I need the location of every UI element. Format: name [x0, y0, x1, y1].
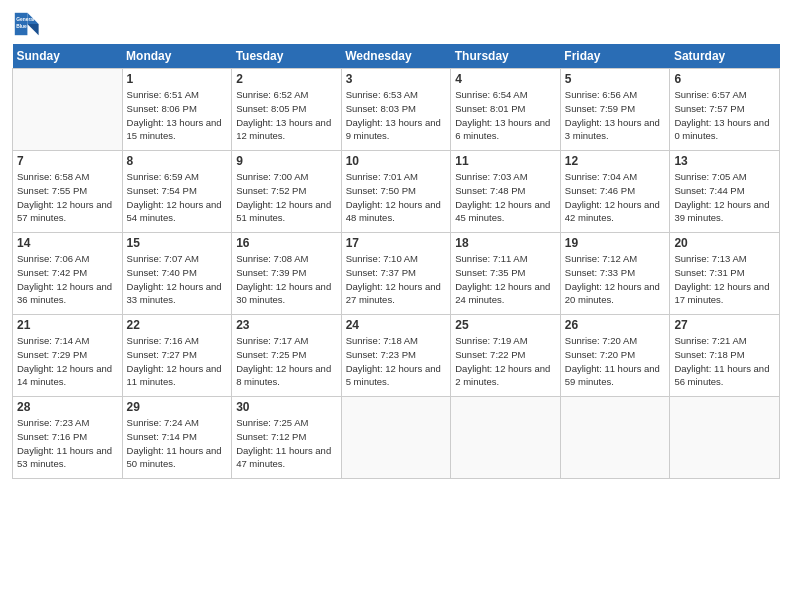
- day-info: Sunrise: 6:54 AMSunset: 8:01 PMDaylight:…: [455, 88, 556, 143]
- day-number: 18: [455, 236, 556, 250]
- day-info: Sunrise: 7:20 AMSunset: 7:20 PMDaylight:…: [565, 334, 666, 389]
- day-info: Sunrise: 6:57 AMSunset: 7:57 PMDaylight:…: [674, 88, 775, 143]
- day-info: Sunrise: 6:52 AMSunset: 8:05 PMDaylight:…: [236, 88, 337, 143]
- day-number: 20: [674, 236, 775, 250]
- calendar-body: 1Sunrise: 6:51 AMSunset: 8:06 PMDaylight…: [13, 69, 780, 479]
- day-info: Sunrise: 7:17 AMSunset: 7:25 PMDaylight:…: [236, 334, 337, 389]
- day-number: 3: [346, 72, 447, 86]
- calendar-cell: 5Sunrise: 6:56 AMSunset: 7:59 PMDaylight…: [560, 69, 670, 151]
- day-info: Sunrise: 7:07 AMSunset: 7:40 PMDaylight:…: [127, 252, 228, 307]
- calendar-cell: 28Sunrise: 7:23 AMSunset: 7:16 PMDayligh…: [13, 397, 123, 479]
- weekday-header-sunday: Sunday: [13, 44, 123, 69]
- calendar-cell: 21Sunrise: 7:14 AMSunset: 7:29 PMDayligh…: [13, 315, 123, 397]
- calendar-cell: 24Sunrise: 7:18 AMSunset: 7:23 PMDayligh…: [341, 315, 451, 397]
- day-info: Sunrise: 7:19 AMSunset: 7:22 PMDaylight:…: [455, 334, 556, 389]
- day-info: Sunrise: 7:18 AMSunset: 7:23 PMDaylight:…: [346, 334, 447, 389]
- calendar-week-1: 1Sunrise: 6:51 AMSunset: 8:06 PMDaylight…: [13, 69, 780, 151]
- calendar-week-4: 21Sunrise: 7:14 AMSunset: 7:29 PMDayligh…: [13, 315, 780, 397]
- calendar-cell: 29Sunrise: 7:24 AMSunset: 7:14 PMDayligh…: [122, 397, 232, 479]
- day-number: 6: [674, 72, 775, 86]
- day-number: 25: [455, 318, 556, 332]
- day-number: 29: [127, 400, 228, 414]
- day-info: Sunrise: 7:08 AMSunset: 7:39 PMDaylight:…: [236, 252, 337, 307]
- svg-marker-1: [27, 24, 38, 35]
- day-number: 16: [236, 236, 337, 250]
- weekday-header-tuesday: Tuesday: [232, 44, 342, 69]
- day-info: Sunrise: 7:03 AMSunset: 7:48 PMDaylight:…: [455, 170, 556, 225]
- day-number: 19: [565, 236, 666, 250]
- calendar-cell: [560, 397, 670, 479]
- calendar-cell: [451, 397, 561, 479]
- calendar-cell: 23Sunrise: 7:17 AMSunset: 7:25 PMDayligh…: [232, 315, 342, 397]
- calendar-cell: 1Sunrise: 6:51 AMSunset: 8:06 PMDaylight…: [122, 69, 232, 151]
- day-number: 1: [127, 72, 228, 86]
- page-header: General Blue: [12, 10, 780, 38]
- calendar-cell: 16Sunrise: 7:08 AMSunset: 7:39 PMDayligh…: [232, 233, 342, 315]
- calendar-cell: 8Sunrise: 6:59 AMSunset: 7:54 PMDaylight…: [122, 151, 232, 233]
- calendar-cell: 25Sunrise: 7:19 AMSunset: 7:22 PMDayligh…: [451, 315, 561, 397]
- calendar-cell: 9Sunrise: 7:00 AMSunset: 7:52 PMDaylight…: [232, 151, 342, 233]
- day-info: Sunrise: 7:00 AMSunset: 7:52 PMDaylight:…: [236, 170, 337, 225]
- weekday-header-thursday: Thursday: [451, 44, 561, 69]
- calendar-cell: 6Sunrise: 6:57 AMSunset: 7:57 PMDaylight…: [670, 69, 780, 151]
- day-number: 26: [565, 318, 666, 332]
- calendar-table: SundayMondayTuesdayWednesdayThursdayFrid…: [12, 44, 780, 479]
- day-info: Sunrise: 7:05 AMSunset: 7:44 PMDaylight:…: [674, 170, 775, 225]
- day-info: Sunrise: 7:21 AMSunset: 7:18 PMDaylight:…: [674, 334, 775, 389]
- day-number: 30: [236, 400, 337, 414]
- svg-text:Blue: Blue: [16, 24, 27, 29]
- day-info: Sunrise: 6:58 AMSunset: 7:55 PMDaylight:…: [17, 170, 118, 225]
- calendar-cell: 12Sunrise: 7:04 AMSunset: 7:46 PMDayligh…: [560, 151, 670, 233]
- day-number: 21: [17, 318, 118, 332]
- day-number: 23: [236, 318, 337, 332]
- calendar-cell: 4Sunrise: 6:54 AMSunset: 8:01 PMDaylight…: [451, 69, 561, 151]
- calendar-cell: 18Sunrise: 7:11 AMSunset: 7:35 PMDayligh…: [451, 233, 561, 315]
- weekday-header-monday: Monday: [122, 44, 232, 69]
- day-number: 10: [346, 154, 447, 168]
- calendar-cell: 10Sunrise: 7:01 AMSunset: 7:50 PMDayligh…: [341, 151, 451, 233]
- day-info: Sunrise: 7:23 AMSunset: 7:16 PMDaylight:…: [17, 416, 118, 471]
- weekday-header-saturday: Saturday: [670, 44, 780, 69]
- weekday-header-wednesday: Wednesday: [341, 44, 451, 69]
- calendar-cell: 22Sunrise: 7:16 AMSunset: 7:27 PMDayligh…: [122, 315, 232, 397]
- calendar-cell: 17Sunrise: 7:10 AMSunset: 7:37 PMDayligh…: [341, 233, 451, 315]
- calendar-cell: 7Sunrise: 6:58 AMSunset: 7:55 PMDaylight…: [13, 151, 123, 233]
- day-info: Sunrise: 7:25 AMSunset: 7:12 PMDaylight:…: [236, 416, 337, 471]
- calendar-cell: 11Sunrise: 7:03 AMSunset: 7:48 PMDayligh…: [451, 151, 561, 233]
- day-number: 15: [127, 236, 228, 250]
- day-info: Sunrise: 7:01 AMSunset: 7:50 PMDaylight:…: [346, 170, 447, 225]
- day-number: 12: [565, 154, 666, 168]
- day-info: Sunrise: 7:16 AMSunset: 7:27 PMDaylight:…: [127, 334, 228, 389]
- svg-text:General: General: [16, 17, 35, 22]
- day-info: Sunrise: 7:11 AMSunset: 7:35 PMDaylight:…: [455, 252, 556, 307]
- logo: General Blue: [12, 10, 40, 38]
- calendar-cell: 20Sunrise: 7:13 AMSunset: 7:31 PMDayligh…: [670, 233, 780, 315]
- calendar-cell: 26Sunrise: 7:20 AMSunset: 7:20 PMDayligh…: [560, 315, 670, 397]
- calendar-cell: 13Sunrise: 7:05 AMSunset: 7:44 PMDayligh…: [670, 151, 780, 233]
- calendar-header: SundayMondayTuesdayWednesdayThursdayFrid…: [13, 44, 780, 69]
- day-number: 14: [17, 236, 118, 250]
- day-info: Sunrise: 7:10 AMSunset: 7:37 PMDaylight:…: [346, 252, 447, 307]
- day-number: 17: [346, 236, 447, 250]
- calendar-cell: 2Sunrise: 6:52 AMSunset: 8:05 PMDaylight…: [232, 69, 342, 151]
- day-number: 2: [236, 72, 337, 86]
- calendar-week-2: 7Sunrise: 6:58 AMSunset: 7:55 PMDaylight…: [13, 151, 780, 233]
- calendar-cell: 30Sunrise: 7:25 AMSunset: 7:12 PMDayligh…: [232, 397, 342, 479]
- calendar-week-5: 28Sunrise: 7:23 AMSunset: 7:16 PMDayligh…: [13, 397, 780, 479]
- calendar-cell: 19Sunrise: 7:12 AMSunset: 7:33 PMDayligh…: [560, 233, 670, 315]
- day-info: Sunrise: 6:59 AMSunset: 7:54 PMDaylight:…: [127, 170, 228, 225]
- day-info: Sunrise: 7:06 AMSunset: 7:42 PMDaylight:…: [17, 252, 118, 307]
- day-number: 11: [455, 154, 556, 168]
- calendar-cell: [670, 397, 780, 479]
- logo-icon: General Blue: [12, 10, 40, 38]
- day-info: Sunrise: 6:53 AMSunset: 8:03 PMDaylight:…: [346, 88, 447, 143]
- calendar-cell: 15Sunrise: 7:07 AMSunset: 7:40 PMDayligh…: [122, 233, 232, 315]
- day-number: 13: [674, 154, 775, 168]
- day-number: 28: [17, 400, 118, 414]
- day-number: 9: [236, 154, 337, 168]
- calendar-cell: 27Sunrise: 7:21 AMSunset: 7:18 PMDayligh…: [670, 315, 780, 397]
- day-number: 8: [127, 154, 228, 168]
- day-number: 24: [346, 318, 447, 332]
- day-number: 7: [17, 154, 118, 168]
- day-info: Sunrise: 7:24 AMSunset: 7:14 PMDaylight:…: [127, 416, 228, 471]
